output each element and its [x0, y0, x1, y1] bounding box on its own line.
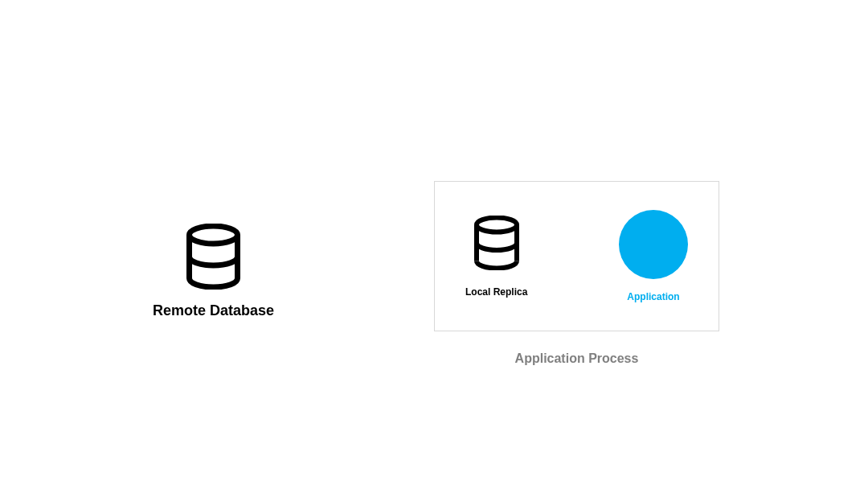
- application-group: Application: [619, 210, 688, 302]
- application-label: Application: [627, 291, 679, 302]
- application-circle-icon: [619, 210, 688, 279]
- svg-point-0: [190, 226, 238, 244]
- local-replica-group: Local Replica: [465, 216, 527, 298]
- database-icon: [472, 216, 522, 270]
- application-process-label: Application Process: [434, 351, 719, 366]
- application-process-box: Local Replica Application: [434, 181, 719, 331]
- remote-database-group: Remote Database: [153, 224, 274, 319]
- svg-point-1: [477, 217, 517, 232]
- local-replica-label: Local Replica: [465, 286, 527, 298]
- database-icon: [183, 224, 244, 290]
- remote-database-label: Remote Database: [153, 302, 274, 319]
